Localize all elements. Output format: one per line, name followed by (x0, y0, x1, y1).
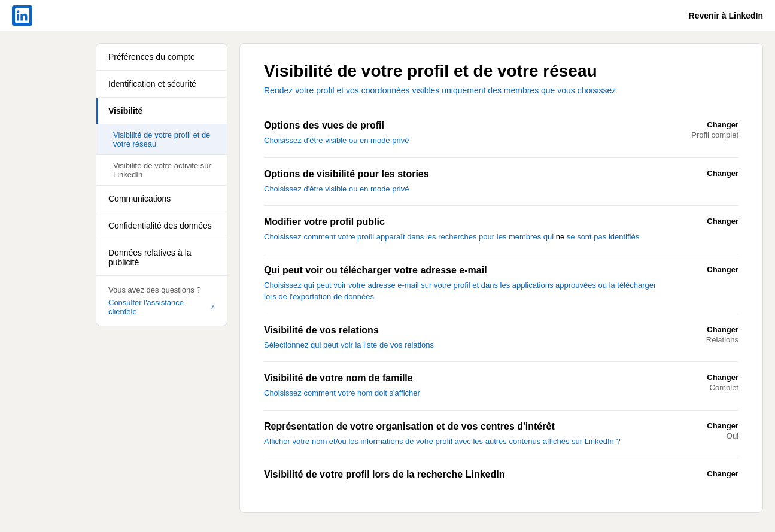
sidebar-item-visibilite[interactable]: Visibilité (96, 98, 227, 124)
change-link-email[interactable]: Changer (691, 265, 738, 274)
settings-row-nom-famille: Visibilité de votre nom de famille Chois… (264, 362, 738, 411)
row-desc-vues-profil: Choisissez d'être visible ou en mode pri… (264, 135, 667, 147)
row-title-stories: Options de visibilité pour les stories (264, 169, 667, 180)
change-link-organisation[interactable]: Changer (691, 421, 738, 430)
row-desc-relations: Sélectionnez qui peut voir la liste de v… (264, 339, 667, 351)
sidebar-help-link[interactable]: Consulter l'assistance clientèle ↗ (108, 298, 215, 316)
return-to-linkedin-link[interactable]: Revenir à LinkedIn (689, 11, 763, 20)
change-link-nom-famille[interactable]: Changer (691, 373, 738, 382)
sidebar-item-preferences[interactable]: Préférences du compte (96, 44, 227, 71)
settings-row-stories: Options de visibilité pour les stories C… (264, 158, 738, 206)
settings-row-profil-public: Modifier votre profil public Choisissez … (264, 206, 738, 254)
change-link-vues-profil[interactable]: Changer (691, 120, 738, 129)
sidebar-help-text: Vous avez des questions ? (108, 285, 215, 294)
change-value-organisation: Oui (691, 431, 738, 440)
row-desc-stories: Choisissez d'être visible ou en mode pri… (264, 183, 667, 195)
linkedin-icon (15, 8, 29, 23)
change-link-recherche-linkedin[interactable]: Changer (691, 469, 738, 478)
sidebar-subitem-visibilite-activite[interactable]: Visibilité de votre activité sur LinkedI… (96, 155, 227, 186)
row-title-vues-profil: Options des vues de profil (264, 120, 667, 131)
row-desc-email: Choisissez qui peut voir votre adresse e… (264, 279, 667, 303)
row-title-recherche-linkedin: Visibilité de votre profil lors de la re… (264, 469, 667, 480)
row-title-organisation: Représentation de votre organisation et … (264, 421, 667, 432)
sidebar-item-communications[interactable]: Communications (96, 186, 227, 212)
change-link-relations[interactable]: Changer (691, 325, 738, 334)
change-link-stories[interactable]: Changer (691, 169, 738, 178)
sidebar-help: Vous avez des questions ? Consulter l'as… (96, 276, 227, 326)
settings-row-recherche-linkedin: Visibilité de votre profil lors de la re… (264, 458, 738, 494)
linkedin-logo (12, 5, 32, 26)
external-link-icon: ↗ (209, 303, 215, 311)
sidebar-subitem-visibilite-profil[interactable]: Visibilité de votre profil et de votre r… (96, 124, 227, 155)
change-value-vues-profil: Profil complet (691, 130, 738, 139)
change-value-nom-famille: Complet (691, 383, 738, 392)
settings-row-vues-profil: Options des vues de profil Choisissez d'… (264, 110, 738, 158)
row-desc-nom-famille: Choisissez comment votre nom doit s'affi… (264, 387, 667, 399)
page-subtitle: Rendez votre profil et vos coordonnées v… (264, 86, 738, 95)
sidebar-item-confidentialite[interactable]: Confidentialité des données (96, 212, 227, 239)
sidebar-item-identification[interactable]: Identification et sécurité (96, 71, 227, 98)
row-title-email: Qui peut voir ou télécharger votre adres… (264, 265, 667, 276)
row-title-relations: Visibilité de vos relations (264, 325, 667, 336)
settings-row-email: Qui peut voir ou télécharger votre adres… (264, 254, 738, 314)
change-link-profil-public[interactable]: Changer (691, 217, 738, 226)
main-layout: Préférences du compte Identification et … (0, 31, 775, 525)
row-desc-organisation: Afficher votre nom et/ou les information… (264, 436, 667, 448)
sidebar-item-publicite[interactable]: Données relatives à la publicité (96, 239, 227, 276)
change-value-relations: Relations (691, 335, 738, 344)
settings-row-relations: Visibilité de vos relations Sélectionnez… (264, 314, 738, 363)
header: Revenir à LinkedIn (0, 0, 775, 31)
row-title-profil-public: Modifier votre profil public (264, 217, 667, 227)
sidebar-help-link-text: Consulter l'assistance clientèle (108, 298, 208, 316)
content-area: Visibilité de votre profil et de votre r… (239, 43, 763, 513)
row-title-nom-famille: Visibilité de votre nom de famille (264, 373, 667, 384)
row-desc-profil-public: Choisissez comment votre profil apparaît… (264, 231, 667, 243)
settings-row-organisation: Représentation de votre organisation et … (264, 411, 738, 459)
page-title: Visibilité de votre profil et de votre r… (264, 62, 738, 81)
sidebar: Préférences du compte Identification et … (96, 43, 227, 326)
